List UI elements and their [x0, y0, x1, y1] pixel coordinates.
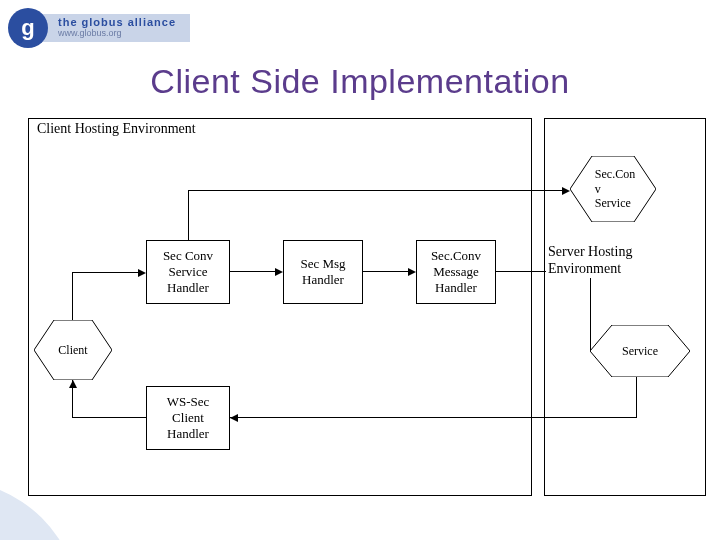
arrow-smh-to-scmh	[363, 271, 409, 272]
logo-sub: www.globus.org	[58, 28, 176, 38]
logo: g the globus alliance www.globus.org	[8, 8, 190, 48]
arrow-head-scsh-to-smh	[275, 268, 283, 276]
arrow-head-smh-to-scmh	[408, 268, 416, 276]
sec-conv-message-handler-box: Sec.ConvMessageHandler	[416, 240, 496, 304]
service-hex: Service	[590, 325, 690, 377]
logo-main: the globus alliance	[58, 16, 176, 29]
arrow-wssec-left	[72, 417, 146, 418]
arrow-client-to-scsh	[72, 272, 139, 273]
sec-conv-service-handler-box: Sec ConvServiceHandler	[146, 240, 230, 304]
ws-sec-client-handler-box: WS-SecClientHandler	[146, 386, 230, 450]
server-env-label: Server Hosting Environment	[546, 244, 666, 278]
slide-title: Client Side Implementation	[0, 62, 720, 101]
arrow-service-down	[636, 377, 637, 417]
arrow-client-up	[72, 272, 73, 320]
globus-logo-icon: g	[8, 8, 48, 48]
arrow-scsh-right	[188, 190, 564, 191]
service-hex-label: Service	[590, 325, 690, 377]
arrow-head-to-wssec	[230, 414, 238, 422]
arrow-scsh-to-smh	[230, 271, 276, 272]
arrow-head-client-to-scsh	[138, 269, 146, 277]
logo-text: the globus alliance www.globus.org	[42, 14, 190, 43]
arrow-scsh-up	[188, 190, 189, 240]
sec-conv-service-hex: Sec.ConvService	[570, 156, 656, 222]
arrow-head-wssec-to-client	[69, 380, 77, 388]
sec-conv-service-label: Sec.ConvService	[570, 156, 656, 222]
client-hex-label: Client	[34, 320, 112, 380]
arrow-head-to-secconvservice	[562, 187, 570, 195]
client-hex: Client	[34, 320, 112, 380]
client-env-label: Client Hosting Environment	[37, 121, 196, 137]
arrow-service-left	[230, 417, 637, 418]
client-hosting-environment: Client Hosting Environment	[28, 118, 532, 496]
sec-msg-handler-box: Sec MsgHandler	[283, 240, 363, 304]
